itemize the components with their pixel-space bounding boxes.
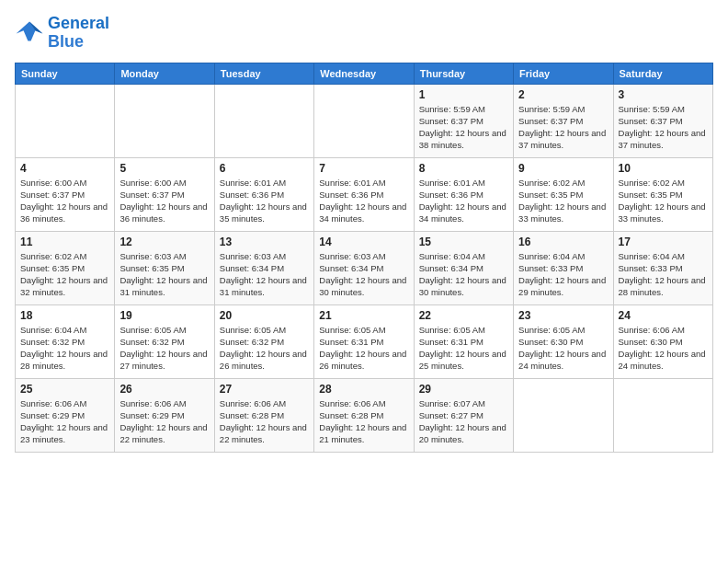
calendar-cell: 22Sunrise: 6:05 AM Sunset: 6:31 PM Dayli… [414,304,513,378]
calendar-cell: 23Sunrise: 6:05 AM Sunset: 6:30 PM Dayli… [514,304,613,378]
day-detail: Sunrise: 6:06 AM Sunset: 6:29 PM Dayligh… [119,397,209,446]
page-header: General Blue [15,15,713,52]
dow-header-friday: Friday [514,63,613,84]
day-detail: Sunrise: 6:04 AM Sunset: 6:32 PM Dayligh… [20,324,109,373]
day-number: 10 [619,162,708,175]
day-number: 29 [419,383,508,396]
logo-text-blue: Blue [48,33,109,52]
day-number: 4 [20,162,109,175]
day-detail: Sunrise: 6:05 AM Sunset: 6:31 PM Dayligh… [319,324,408,373]
calendar-cell: 21Sunrise: 6:05 AM Sunset: 6:31 PM Dayli… [314,304,414,378]
day-detail: Sunrise: 5:59 AM Sunset: 6:37 PM Dayligh… [518,103,608,152]
day-detail: Sunrise: 6:03 AM Sunset: 6:34 PM Dayligh… [319,250,408,299]
day-detail: Sunrise: 6:06 AM Sunset: 6:28 PM Dayligh… [319,397,408,446]
day-detail: Sunrise: 6:06 AM Sunset: 6:29 PM Dayligh… [20,397,109,446]
day-detail: Sunrise: 6:04 AM Sunset: 6:33 PM Dayligh… [518,250,608,299]
calendar-cell: 28Sunrise: 6:06 AM Sunset: 6:28 PM Dayli… [314,378,414,452]
day-number: 16 [518,236,608,248]
calendar-cell: 26Sunrise: 6:06 AM Sunset: 6:29 PM Dayli… [115,378,214,452]
calendar-cell: 16Sunrise: 6:04 AM Sunset: 6:33 PM Dayli… [514,231,613,304]
day-detail: Sunrise: 6:07 AM Sunset: 6:27 PM Dayligh… [419,397,508,446]
calendar-cell: 29Sunrise: 6:07 AM Sunset: 6:27 PM Dayli… [414,378,513,452]
logo: General Blue [15,15,109,52]
calendar-cell: 9Sunrise: 6:02 AM Sunset: 6:35 PM Daylig… [514,157,613,231]
day-number: 1 [419,88,508,101]
calendar-cell: 8Sunrise: 6:01 AM Sunset: 6:36 PM Daylig… [414,157,513,231]
calendar-cell: 1Sunrise: 5:59 AM Sunset: 6:37 PM Daylig… [414,84,513,157]
day-detail: Sunrise: 6:06 AM Sunset: 6:30 PM Dayligh… [619,324,708,373]
dow-header-saturday: Saturday [613,63,712,84]
calendar-cell [115,84,214,157]
calendar-cell: 7Sunrise: 6:01 AM Sunset: 6:36 PM Daylig… [314,157,414,231]
calendar-cell: 17Sunrise: 6:04 AM Sunset: 6:33 PM Dayli… [613,231,712,304]
calendar-cell: 3Sunrise: 5:59 AM Sunset: 6:37 PM Daylig… [613,84,712,157]
day-detail: Sunrise: 6:05 AM Sunset: 6:30 PM Dayligh… [518,324,608,373]
day-detail: Sunrise: 6:05 AM Sunset: 6:31 PM Dayligh… [419,324,508,373]
day-number: 22 [419,309,508,322]
day-number: 20 [220,309,309,322]
dow-header-tuesday: Tuesday [214,63,313,84]
day-number: 24 [619,309,708,322]
calendar-table: SundayMondayTuesdayWednesdayThursdayFrid… [15,63,713,453]
calendar-cell: 15Sunrise: 6:04 AM Sunset: 6:34 PM Dayli… [414,231,513,304]
day-number: 8 [419,162,508,175]
day-detail: Sunrise: 6:05 AM Sunset: 6:32 PM Dayligh… [220,324,309,373]
day-number: 5 [119,162,209,175]
day-number: 6 [220,162,309,175]
calendar-cell: 18Sunrise: 6:04 AM Sunset: 6:32 PM Dayli… [16,304,115,378]
day-detail: Sunrise: 6:00 AM Sunset: 6:37 PM Dayligh… [20,177,109,225]
dow-header-thursday: Thursday [414,63,513,84]
calendar-cell [16,84,115,157]
day-detail: Sunrise: 6:01 AM Sunset: 6:36 PM Dayligh… [319,177,408,225]
day-number: 3 [619,88,708,101]
calendar-cell: 6Sunrise: 6:01 AM Sunset: 6:36 PM Daylig… [214,157,313,231]
day-number: 27 [220,383,309,396]
calendar-cell: 11Sunrise: 6:02 AM Sunset: 6:35 PM Dayli… [16,231,115,304]
dow-header-wednesday: Wednesday [314,63,414,84]
day-number: 19 [119,309,209,322]
logo-text-general: General [48,15,109,33]
calendar-cell: 24Sunrise: 6:06 AM Sunset: 6:30 PM Dayli… [613,304,712,378]
dow-header-sunday: Sunday [16,63,115,84]
day-number: 26 [119,383,209,396]
day-number: 28 [319,383,408,396]
day-number: 25 [20,383,109,396]
day-detail: Sunrise: 6:02 AM Sunset: 6:35 PM Dayligh… [20,250,109,299]
day-detail: Sunrise: 6:03 AM Sunset: 6:34 PM Dayligh… [220,250,309,299]
day-detail: Sunrise: 6:03 AM Sunset: 6:35 PM Dayligh… [119,250,209,299]
day-number: 2 [518,88,608,101]
day-number: 23 [518,309,608,322]
day-number: 13 [220,236,309,248]
calendar-cell: 27Sunrise: 6:06 AM Sunset: 6:28 PM Dayli… [214,378,313,452]
calendar-cell: 25Sunrise: 6:06 AM Sunset: 6:29 PM Dayli… [16,378,115,452]
day-detail: Sunrise: 6:02 AM Sunset: 6:35 PM Dayligh… [518,177,608,225]
day-number: 17 [619,236,708,248]
calendar-cell: 4Sunrise: 6:00 AM Sunset: 6:37 PM Daylig… [16,157,115,231]
day-detail: Sunrise: 6:05 AM Sunset: 6:32 PM Dayligh… [119,324,209,373]
day-detail: Sunrise: 6:01 AM Sunset: 6:36 PM Dayligh… [220,177,309,225]
day-detail: Sunrise: 6:04 AM Sunset: 6:33 PM Dayligh… [619,250,708,299]
day-number: 11 [20,236,109,248]
day-detail: Sunrise: 5:59 AM Sunset: 6:37 PM Dayligh… [619,103,708,152]
calendar-cell: 5Sunrise: 6:00 AM Sunset: 6:37 PM Daylig… [115,157,214,231]
calendar-cell: 13Sunrise: 6:03 AM Sunset: 6:34 PM Dayli… [214,231,313,304]
calendar-cell: 2Sunrise: 5:59 AM Sunset: 6:37 PM Daylig… [514,84,613,157]
day-number: 18 [20,309,109,322]
day-detail: Sunrise: 6:04 AM Sunset: 6:34 PM Dayligh… [419,250,508,299]
calendar-cell: 12Sunrise: 6:03 AM Sunset: 6:35 PM Dayli… [115,231,214,304]
dow-header-monday: Monday [115,63,214,84]
day-number: 14 [319,236,408,248]
day-number: 12 [119,236,209,248]
day-number: 7 [319,162,408,175]
day-number: 21 [319,309,408,322]
day-detail: Sunrise: 5:59 AM Sunset: 6:37 PM Dayligh… [419,103,508,152]
day-detail: Sunrise: 6:01 AM Sunset: 6:36 PM Dayligh… [419,177,508,225]
day-detail: Sunrise: 6:06 AM Sunset: 6:28 PM Dayligh… [220,397,309,446]
logo-bird-icon [15,20,44,46]
day-detail: Sunrise: 6:00 AM Sunset: 6:37 PM Dayligh… [119,177,209,225]
calendar-cell: 20Sunrise: 6:05 AM Sunset: 6:32 PM Dayli… [214,304,313,378]
calendar-cell [613,378,712,452]
day-detail: Sunrise: 6:02 AM Sunset: 6:35 PM Dayligh… [619,177,708,225]
day-number: 9 [518,162,608,175]
calendar-cell [514,378,613,452]
